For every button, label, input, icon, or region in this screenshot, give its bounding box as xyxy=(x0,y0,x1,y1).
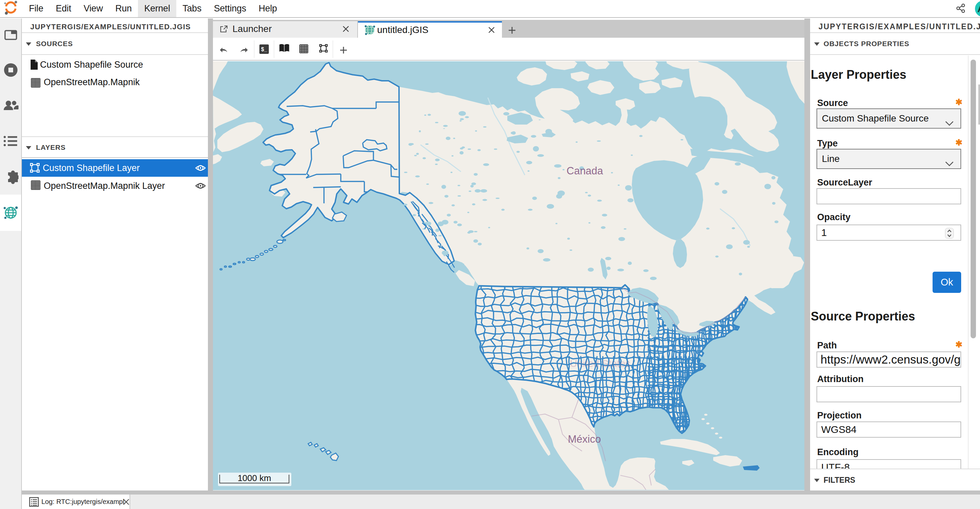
svg-text:$_: $_ xyxy=(261,46,267,52)
svg-text:United States: United States xyxy=(570,358,630,369)
svg-text:Canada: Canada xyxy=(566,165,603,177)
svg-text:México: México xyxy=(568,433,601,445)
